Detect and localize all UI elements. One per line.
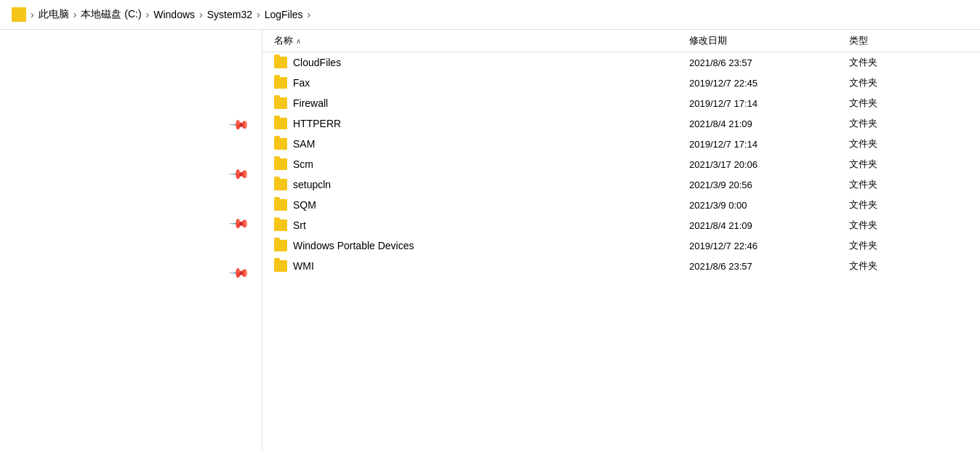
folder-icon: [12, 7, 26, 22]
file-date: 2021/3/17 20:06: [689, 159, 849, 170]
folder-cell: HTTPERR: [274, 118, 689, 129]
file-type: 文件夹: [849, 259, 980, 273]
file-date: 2021/8/6 23:57: [689, 57, 849, 68]
folder-icon: [274, 179, 287, 190]
file-type: 文件夹: [849, 97, 980, 110]
file-date: 2019/12/7 17:14: [689, 98, 849, 109]
folder-name: CloudFiles: [293, 57, 341, 68]
file-type: 文件夹: [849, 137, 980, 150]
folder-cell: Scm: [274, 158, 689, 170]
sort-arrow-icon: ∧: [296, 37, 301, 45]
table-row[interactable]: Firewall 2019/12/7 17:14 文件夹: [262, 93, 980, 113]
table-row[interactable]: HTTPERR 2021/8/4 21:09 文件夹: [262, 113, 980, 134]
folder-name: SAM: [293, 138, 315, 150]
folder-icon: [274, 77, 287, 89]
main-area: 📌 📌 📌 📌 名称 ∧ 修改日期 类型 CloudFiles 2021/8/6…: [0, 30, 980, 450]
table-row[interactable]: Srt 2021/8/4 21:09 文件夹: [262, 215, 980, 235]
folder-cell: Firewall: [274, 97, 689, 109]
table-row[interactable]: CloudFiles 2021/8/6 23:57 文件夹: [262, 52, 980, 73]
pin-icon-3[interactable]: 📌: [228, 212, 250, 235]
file-type: 文件夹: [849, 158, 980, 171]
folder-cell: SAM: [274, 138, 689, 150]
file-type: 文件夹: [849, 198, 980, 211]
table-row[interactable]: setupcln 2021/3/9 20:56 文件夹: [262, 174, 980, 195]
folder-name: HTTPERR: [293, 118, 341, 129]
folder-icon: [274, 199, 287, 211]
folder-cell: Srt: [274, 219, 689, 231]
sidebar: 📌 📌 📌 📌: [0, 30, 262, 450]
col-name-header[interactable]: 名称 ∧: [274, 34, 689, 47]
breadcrumb-item-windows[interactable]: Windows: [153, 9, 195, 20]
breadcrumb-item-c[interactable]: 本地磁盘 (C:): [81, 8, 141, 21]
folder-name: Firewall: [293, 97, 328, 109]
pin-icon-1[interactable]: 📌: [228, 113, 250, 136]
table-row[interactable]: Windows Portable Devices 2019/12/7 22:46…: [262, 235, 980, 256]
file-type: 文件夹: [849, 76, 980, 89]
table-row[interactable]: WMI 2021/8/6 23:57 文件夹: [262, 256, 980, 276]
folder-icon: [274, 57, 287, 68]
folder-icon: [274, 138, 287, 150]
folder-icon: [274, 240, 287, 251]
folder-cell: CloudFiles: [274, 57, 689, 68]
folder-name: Scm: [293, 158, 313, 170]
pin-icon-4[interactable]: 📌: [228, 262, 250, 284]
breadcrumb-item-pc[interactable]: 此电脑: [39, 8, 69, 21]
file-date: 2021/3/9 0:00: [689, 200, 849, 211]
file-date: 2021/3/9 20:56: [689, 179, 849, 190]
file-type: 文件夹: [849, 117, 980, 130]
folder-cell: SQM: [274, 199, 689, 211]
breadcrumb-item-system32[interactable]: System32: [207, 9, 252, 20]
folder-cell: setupcln: [274, 179, 689, 190]
folder-name: SQM: [293, 199, 316, 211]
folder-cell: WMI: [274, 260, 689, 272]
table-row[interactable]: SAM 2019/12/7 17:14 文件夹: [262, 134, 980, 154]
folder-icon: [274, 158, 287, 170]
file-type: 文件夹: [849, 219, 980, 232]
folder-cell: Windows Portable Devices: [274, 240, 689, 251]
file-type: 文件夹: [849, 56, 980, 69]
folder-icon: [274, 260, 287, 272]
col-date-header[interactable]: 修改日期: [689, 34, 849, 47]
table-row[interactable]: SQM 2021/3/9 0:00 文件夹: [262, 195, 980, 215]
file-date: 2019/12/7 22:45: [689, 78, 849, 89]
col-type-header[interactable]: 类型: [849, 34, 980, 47]
table-header: 名称 ∧ 修改日期 类型: [262, 30, 980, 52]
file-rows-container: CloudFiles 2021/8/6 23:57 文件夹 Fax 2019/1…: [262, 52, 980, 276]
folder-name: Windows Portable Devices: [293, 240, 414, 251]
file-list-panel: 名称 ∧ 修改日期 类型 CloudFiles 2021/8/6 23:57 文…: [262, 30, 980, 450]
folder-name: Fax: [293, 77, 310, 89]
folder-cell: Fax: [274, 77, 689, 89]
folder-icon: [274, 118, 287, 129]
folder-icon: [274, 219, 287, 231]
folder-icon: [274, 97, 287, 109]
breadcrumb-item-logfiles[interactable]: LogFiles: [265, 9, 303, 20]
file-date: 2019/12/7 17:14: [689, 139, 849, 150]
table-row[interactable]: Scm 2021/3/17 20:06 文件夹: [262, 154, 980, 174]
file-type: 文件夹: [849, 178, 980, 191]
breadcrumb: › 此电脑 › 本地磁盘 (C:) › Windows › System32 ›…: [0, 0, 980, 30]
table-row[interactable]: Fax 2019/12/7 22:45 文件夹: [262, 73, 980, 93]
file-date: 2021/8/6 23:57: [689, 261, 849, 272]
file-date: 2021/8/4 21:09: [689, 220, 849, 231]
file-type: 文件夹: [849, 239, 980, 252]
folder-name: WMI: [293, 260, 314, 272]
pin-icon-2[interactable]: 📌: [228, 163, 250, 185]
folder-name: Srt: [293, 219, 306, 231]
file-date: 2019/12/7 22:46: [689, 241, 849, 251]
file-date: 2021/8/4 21:09: [689, 118, 849, 129]
folder-name: setupcln: [293, 179, 331, 190]
